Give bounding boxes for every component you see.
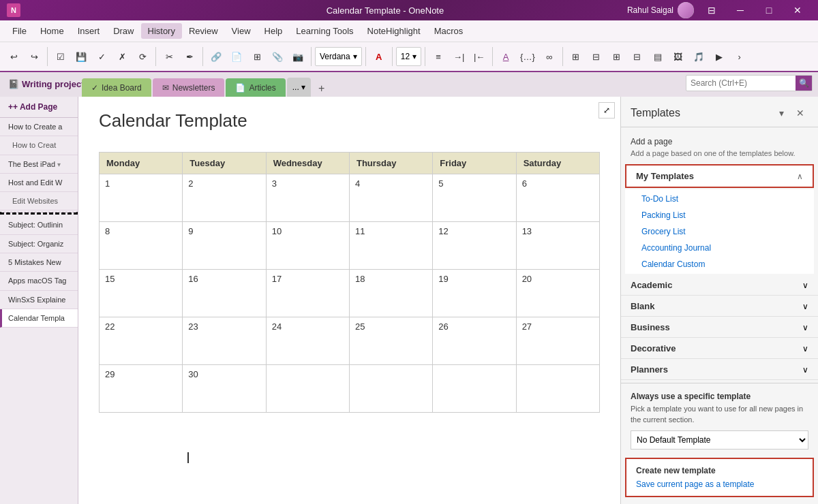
font-family-dropdown[interactable]: Verdana ▾ bbox=[315, 47, 362, 66]
calendar-cell-3-2[interactable]: 24 bbox=[266, 317, 349, 365]
font-color-icon[interactable]: A bbox=[369, 46, 389, 67]
template-accounting-journal[interactable]: Accounting Journal bbox=[625, 240, 814, 256]
page-item-calendar[interactable]: Calendar Templa bbox=[0, 309, 78, 328]
cut-icon[interactable]: ✂ bbox=[160, 46, 179, 67]
calendar-cell-3-0[interactable]: 22 bbox=[100, 317, 183, 365]
sync-icon[interactable]: ⟳ bbox=[133, 46, 152, 67]
default-template-select[interactable]: No Default Template bbox=[631, 430, 808, 450]
calendar-cell-0-0[interactable]: 1 bbox=[100, 174, 183, 222]
calendar-cell-2-5[interactable]: 20 bbox=[516, 270, 599, 317]
delete-icon[interactable]: ✗ bbox=[112, 46, 132, 67]
template-calendar-custom[interactable]: Calendar Custom bbox=[625, 256, 814, 272]
page-item-best-ipad[interactable]: The Best iPad ▾ bbox=[0, 155, 78, 174]
search-button[interactable]: 🔍 bbox=[796, 76, 812, 91]
undo-button[interactable]: ↩ bbox=[4, 46, 23, 67]
calendar-cell-4-4[interactable] bbox=[433, 365, 516, 413]
maximize-button[interactable]: □ bbox=[755, 0, 783, 20]
calendar-cell-4-1[interactable]: 30 bbox=[183, 365, 266, 413]
checkbox-icon[interactable]: ☑ bbox=[51, 46, 70, 67]
picture-icon[interactable]: 🖼 bbox=[669, 46, 688, 67]
add-page-button[interactable]: + + Add Page bbox=[0, 97, 78, 118]
close-button[interactable]: ✕ bbox=[784, 0, 811, 20]
menu-learning-tools[interactable]: Learning Tools bbox=[289, 23, 360, 39]
template-todo-list[interactable]: To-Do List bbox=[625, 191, 814, 207]
academic-header[interactable]: Academic ∨ bbox=[621, 275, 818, 296]
business-header[interactable]: Business ∨ bbox=[621, 317, 818, 338]
calendar-cell-3-4[interactable]: 26 bbox=[433, 317, 516, 365]
calendar-cell-2-2[interactable]: 17 bbox=[266, 270, 349, 317]
calendar-cell-4-0[interactable]: 29 bbox=[100, 365, 183, 413]
camera-icon[interactable]: 📷 bbox=[288, 46, 307, 67]
minimize-button[interactable]: ─ bbox=[727, 0, 754, 20]
page-item-5-mistakes[interactable]: 5 Mistakes New bbox=[0, 253, 78, 272]
redo-button[interactable]: ↪ bbox=[25, 46, 44, 67]
decorative-header[interactable]: Decorative ∨ bbox=[621, 338, 818, 359]
calendar-cell-1-1[interactable]: 9 bbox=[183, 222, 266, 270]
calendar-cell-3-5[interactable]: 27 bbox=[516, 317, 599, 365]
tab-more[interactable]: ... ▾ bbox=[287, 78, 311, 97]
calendar-cell-0-4[interactable]: 5 bbox=[433, 174, 516, 222]
page-item-how-creat[interactable]: How to Creat bbox=[0, 136, 78, 155]
calendar-cell-1-3[interactable]: 11 bbox=[349, 222, 432, 270]
table-icon[interactable]: ⊞ bbox=[247, 46, 267, 67]
page-item-apps-macos[interactable]: Apps macOS Tag bbox=[0, 272, 78, 290]
calendar-cell-0-1[interactable]: 2 bbox=[183, 174, 266, 222]
video-icon[interactable]: ▶ bbox=[710, 46, 729, 67]
expand-icon[interactable]: ⊞ bbox=[607, 46, 626, 67]
calendar-cell-3-1[interactable]: 23 bbox=[183, 317, 266, 365]
layout-icon[interactable]: ▤ bbox=[648, 46, 667, 67]
audio-icon[interactable]: 🎵 bbox=[689, 46, 708, 67]
text-align-icon[interactable]: ≡ bbox=[429, 46, 448, 67]
page-item-winsxs[interactable]: WinSxS Explaine bbox=[0, 291, 78, 309]
my-templates-header[interactable]: My Templates ∧ bbox=[625, 164, 814, 188]
calendar-cell-2-3[interactable]: 18 bbox=[349, 270, 432, 317]
collapse-icon[interactable]: ⊟ bbox=[628, 46, 647, 67]
blank-header[interactable]: Blank ∨ bbox=[621, 296, 818, 317]
outdent-icon[interactable]: |← bbox=[470, 46, 489, 67]
menu-home[interactable]: Home bbox=[33, 23, 71, 39]
templates-dropdown-button[interactable]: ▾ bbox=[773, 105, 789, 121]
save-icon[interactable]: 💾 bbox=[72, 46, 91, 67]
menu-help[interactable]: Help bbox=[258, 23, 290, 39]
calendar-cell-1-2[interactable]: 10 bbox=[266, 222, 349, 270]
calendar-cell-3-3[interactable]: 25 bbox=[349, 317, 432, 365]
page-icon[interactable]: 📄 bbox=[227, 46, 246, 67]
tab-articles[interactable]: 📄 Articles bbox=[226, 78, 285, 97]
tab-idea-board[interactable]: ✓ Idea Board bbox=[82, 78, 151, 97]
calendar-cell-1-4[interactable]: 12 bbox=[433, 222, 516, 270]
calendar-cell-0-5[interactable]: 6 bbox=[516, 174, 599, 222]
calendar-cell-1-0[interactable]: 8 bbox=[100, 222, 183, 270]
formula-icon[interactable]: ∞ bbox=[540, 46, 559, 67]
check-icon[interactable]: ✓ bbox=[92, 46, 111, 67]
menu-view[interactable]: View bbox=[225, 23, 258, 39]
menu-insert[interactable]: Insert bbox=[71, 23, 107, 39]
calendar-cell-0-2[interactable]: 3 bbox=[266, 174, 349, 222]
expand-button[interactable]: ⤢ bbox=[599, 102, 615, 119]
page-item-subject-outlinin[interactable]: Subject: Outlinin bbox=[0, 216, 78, 234]
planners-header[interactable]: Planners ∨ bbox=[621, 360, 818, 380]
tag-icon[interactable]: {…} bbox=[517, 46, 539, 67]
template-packing-list[interactable]: Packing List bbox=[625, 207, 814, 223]
menu-file[interactable]: File bbox=[5, 23, 33, 39]
save-as-template-link[interactable]: Save current page as a template bbox=[636, 479, 754, 489]
attach-icon[interactable]: 📎 bbox=[268, 46, 287, 67]
templates-close-button[interactable]: ✕ bbox=[792, 105, 808, 121]
calendar-cell-4-2[interactable] bbox=[266, 365, 349, 413]
menu-review[interactable]: Review bbox=[182, 23, 225, 39]
add-tab-button[interactable]: + bbox=[314, 80, 330, 97]
settings-icon[interactable]: ⊟ bbox=[698, 0, 725, 20]
pen-icon[interactable]: ✒ bbox=[180, 46, 199, 67]
page-item-edit-websites[interactable]: Edit Websites bbox=[0, 192, 78, 210]
menu-macros[interactable]: Macros bbox=[427, 23, 470, 39]
page-item-subject-organiz[interactable]: Subject: Organiz bbox=[0, 235, 78, 253]
template-grocery-list[interactable]: Grocery List bbox=[625, 223, 814, 240]
grid-icon[interactable]: ⊞ bbox=[566, 46, 586, 67]
link-icon[interactable]: 🔗 bbox=[207, 46, 226, 67]
menu-history[interactable]: History bbox=[141, 23, 182, 39]
calendar-cell-2-1[interactable]: 16 bbox=[183, 270, 266, 317]
calendar-cell-0-3[interactable]: 4 bbox=[349, 174, 432, 222]
more-icon[interactable]: › bbox=[730, 46, 749, 67]
menu-notehighlight[interactable]: NoteHighlight bbox=[361, 23, 427, 39]
page-item-how-create[interactable]: How to Create a bbox=[0, 118, 78, 136]
calendar-cell-4-5[interactable] bbox=[516, 365, 599, 413]
